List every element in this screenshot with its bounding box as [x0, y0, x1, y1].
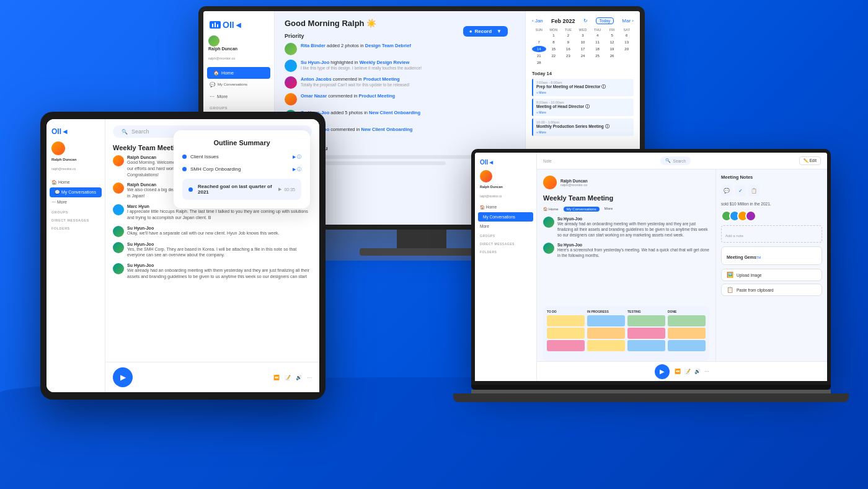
cal-day-9[interactable]: 9 — [561, 39, 575, 45]
schedule-item-1: 7:00am - 8:00am Prep for Meeting of Head… — [532, 79, 634, 96]
paste-area: 📋 Paste from clipboard — [721, 284, 822, 296]
cal-day-18[interactable]: 18 — [590, 46, 604, 52]
cal-day-3[interactable]: 3 — [576, 32, 590, 38]
laptop-search-bar[interactable]: 🔍 Search — [660, 156, 691, 165]
laptop-ctrl-2[interactable]: 📝 — [684, 369, 691, 374]
laptop-msg-text-1: We already had an onboarding meeting wit… — [557, 221, 709, 238]
logo-icon — [210, 21, 221, 29]
laptop-search-icon: 🔍 — [665, 158, 671, 163]
activity-item-1: Rita Binder added 2 photos in Design Tea… — [285, 43, 515, 55]
cal-label-sun: SUN — [532, 28, 546, 32]
tablet-nav-home[interactable]: 🏠 Home — [46, 177, 105, 187]
outline-item-2: SMH Corp Onboarding ▶ ⓘ — [182, 166, 301, 173]
record-dropdown-icon[interactable]: ▼ — [497, 29, 502, 34]
add-note-field[interactable]: Add a note — [721, 225, 822, 243]
laptop-meeting-user-name: Ralph Duncan — [560, 179, 588, 183]
cal-day-16[interactable]: 16 — [561, 46, 575, 52]
upload-image-row[interactable]: 🖼️ Upload Image — [727, 272, 817, 278]
outline-item-action-1[interactable]: ▶ ⓘ — [293, 154, 301, 160]
laptop-play-button[interactable]: ▶ — [655, 364, 670, 379]
record-button[interactable]: ● Record ▼ — [463, 26, 508, 37]
calendar-refresh[interactable]: ↻ — [583, 18, 588, 24]
cal-day-22[interactable]: 22 — [547, 53, 561, 59]
calendar-next[interactable]: Mar › — [622, 18, 634, 24]
laptop-meeting-avatar — [543, 176, 557, 189]
laptop-pill-conversations[interactable]: My Conversations — [564, 207, 600, 212]
laptop-nav-conversations[interactable]: My Conversations — [478, 212, 533, 222]
cal-day-6[interactable]: 6 — [619, 32, 634, 38]
laptop-ctrl-4[interactable]: ⋯ — [704, 369, 709, 374]
cal-day-28[interactable]: 28 — [532, 60, 546, 66]
paste-row[interactable]: 📋 Paste from clipboard — [727, 287, 817, 293]
tablet-ctrl-1[interactable]: ⏪ — [273, 375, 280, 380]
meeting-gems-sup: TM — [756, 256, 761, 259]
kanban-title-testing: TESTING — [627, 310, 665, 313]
cal-day-11[interactable]: 11 — [590, 39, 604, 45]
schedule-more-2[interactable]: + More — [536, 110, 631, 114]
monitor-base — [360, 248, 484, 256]
cal-day-14-today[interactable]: 14 — [532, 46, 546, 52]
laptop-edit-button[interactable]: ✏️ Edit — [799, 156, 821, 165]
laptop-controls: ⏪ 📝 🔊 ⋯ — [675, 369, 709, 374]
tablet-avatar-6 — [113, 263, 124, 274]
laptop-main: Note 🔍 Search ✏️ Edit — [537, 153, 827, 381]
note-icon-check[interactable]: ✓ — [735, 185, 746, 196]
cal-day-24[interactable]: 24 — [576, 53, 590, 59]
cal-day-4[interactable]: 4 — [590, 32, 604, 38]
monitor-nav-conversations[interactable]: 💬 My Conversations — [203, 79, 274, 91]
cal-day-23[interactable]: 23 — [561, 53, 575, 59]
cal-day-25[interactable]: 25 — [590, 53, 604, 59]
tablet-groups-label: GROUPS — [46, 207, 105, 215]
calendar-today-btn[interactable]: Today — [596, 17, 614, 24]
cal-day-19[interactable]: 19 — [605, 46, 619, 52]
cal-day-13[interactable]: 13 — [619, 39, 634, 45]
calendar-grid: SUN MON TUE WED THU FRI SAT 1 2 3 4 5 6 — [532, 28, 634, 66]
monitor-nav-home[interactable]: 🏠 Home — [207, 67, 270, 79]
tablet-ctrl-4[interactable]: ⋯ — [307, 375, 312, 380]
note-icon-chat[interactable]: 💬 — [721, 185, 732, 196]
cal-day-21[interactable]: 21 — [532, 53, 546, 59]
laptop-pill-more[interactable]: More — [604, 207, 613, 212]
tablet-nav-conversations[interactable]: 💬 My Conversations — [50, 187, 102, 197]
schedule-more-1[interactable]: + More — [536, 91, 631, 94]
monitor-nav-more[interactable]: ⋯ More — [203, 91, 274, 102]
outline-item-action-2[interactable]: ▶ ⓘ — [293, 166, 301, 173]
tablet-ctrl-3[interactable]: 🔊 — [296, 375, 302, 380]
tablet-msg-name-6: Su Hyun-Joo — [127, 263, 312, 267]
tablet-play-button[interactable]: ▶ — [113, 367, 133, 387]
highlight-bullet — [188, 187, 193, 192]
tablet-nav-more[interactable]: ⋯ More — [46, 197, 105, 207]
laptop-user-avatar — [480, 170, 492, 182]
tablet-avatar-5 — [113, 242, 124, 253]
laptop-dm-label: DIRECT MESSAGES — [475, 239, 536, 247]
activity-description-1: Rita Binder added 2 photos in Design Tea… — [301, 43, 411, 49]
laptop-nav-more[interactable]: More — [475, 222, 536, 231]
cal-day-5[interactable]: 5 — [605, 32, 619, 38]
cal-day-8[interactable]: 8 — [547, 39, 561, 45]
cal-day-7[interactable]: 7 — [532, 39, 546, 45]
laptop-ctrl-1[interactable]: ⏪ — [675, 369, 681, 374]
cal-day-12[interactable]: 12 — [605, 39, 619, 45]
calendar-header: ‹ Jan Feb 2022 ↻ Today Mar › — [532, 17, 634, 24]
schedule-more-3[interactable]: + More — [536, 130, 631, 134]
logo-bars — [211, 21, 219, 29]
schedule-title-3: Monthly Production Series Meeting ⓘ — [536, 124, 631, 130]
cal-day-17[interactable]: 17 — [576, 46, 590, 52]
laptop-ctrl-3[interactable]: 🔊 — [694, 369, 701, 374]
outline-bullet-1 — [182, 155, 187, 159]
cal-day-20[interactable]: 20 — [619, 46, 634, 52]
note-icon-notepad[interactable]: 📋 — [748, 185, 760, 196]
highlight-play[interactable]: ▶ 00:35 — [278, 187, 295, 192]
note-content-text: sold $10 Million in the 2021. — [721, 201, 822, 207]
cal-day-10[interactable]: 10 — [576, 39, 590, 45]
paste-label: Paste from clipboard — [737, 288, 774, 292]
laptop-pill-home[interactable]: 🏠 Home — [543, 207, 559, 212]
cal-day-2[interactable]: 2 — [561, 32, 575, 38]
cal-day-26[interactable]: 26 — [605, 53, 619, 59]
tablet-ctrl-2[interactable]: 📝 — [285, 375, 291, 380]
cal-day-15[interactable]: 15 — [547, 46, 561, 52]
tablet-msg-content-6: Su Hyun-Joo We already had an onboarding… — [127, 263, 312, 279]
laptop-nav-home[interactable]: 🏠 Home — [475, 202, 536, 212]
cal-day-1[interactable]: 1 — [547, 32, 561, 38]
calendar-prev[interactable]: ‹ Jan — [532, 18, 543, 24]
